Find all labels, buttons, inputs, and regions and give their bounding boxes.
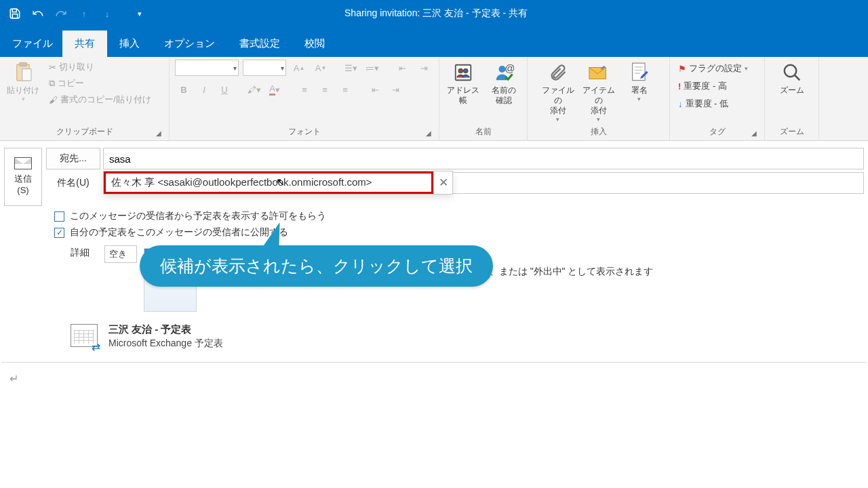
message-body-editor[interactable]: ↵ xyxy=(1,362,867,450)
group-names: アドレス帳 @ 名前の 確認 名前 xyxy=(439,57,528,140)
check-names-button[interactable]: @ 名前の 確認 xyxy=(486,60,521,106)
scissors-icon: ✂ xyxy=(49,62,56,73)
address-book-button[interactable]: アドレス帳 xyxy=(446,60,481,106)
zoom-button[interactable]: ズーム xyxy=(774,60,810,96)
cut-label: 切り取り xyxy=(59,61,94,73)
group-zoom: ズーム ズーム xyxy=(765,57,819,140)
numbering-icon: ≔▾ xyxy=(363,60,381,76)
svg-point-12 xyxy=(784,65,796,77)
group-tags-label: タグ xyxy=(709,127,726,136)
svg-rect-0 xyxy=(12,9,16,12)
save-icon[interactable] xyxy=(4,3,26,24)
font-size-combo: ▾ xyxy=(243,60,286,76)
underline-icon: U xyxy=(216,81,233,98)
callout-text: 候補が表示されたら、クリックして選択 xyxy=(140,245,493,287)
font-name-combo: ▾ xyxy=(175,60,239,76)
zoom-icon xyxy=(781,61,804,84)
tab-insert[interactable]: 挿入 xyxy=(107,30,152,57)
clipboard-dialog-launcher-icon[interactable]: ◢ xyxy=(154,128,163,138)
group-font: ▾ ▾ A▲ A▼ ☰▾ ≔▾ ⇤ ⇥ B I U 🖍▾ A▾ ≡ ≡ xyxy=(170,57,439,140)
permission-checkboxes: このメッセージの受信者から予定表を表示する許可をもらう ✓ 自分の予定表をこのメ… xyxy=(0,206,868,240)
group-clipboard-label: クリップボード xyxy=(56,127,113,136)
prev-item-icon: ↑ xyxy=(73,3,95,24)
attach-item-icon xyxy=(587,61,610,84)
autocomplete-dropdown: 佐々木 享 <sasaki@outlookperfectbook.onmicro… xyxy=(103,171,453,195)
attach-item-button[interactable]: アイテムの 添付▾ xyxy=(581,60,616,123)
calendar-icon: ⇄ xyxy=(71,321,100,351)
allow-view-checkbox[interactable]: ✓ xyxy=(54,228,64,238)
next-item-icon: ↓ xyxy=(96,3,118,24)
signature-label: 署名 xyxy=(631,85,648,96)
address-book-icon xyxy=(452,61,475,84)
paragraph-mark-icon: ↵ xyxy=(9,373,18,384)
request-permission-label: このメッセージの受信者から予定表を表示する許可をもらう xyxy=(70,210,326,222)
tab-format[interactable]: 書式設定 xyxy=(227,30,292,57)
attach-file-button[interactable]: ファイルの 添付▾ xyxy=(540,60,576,123)
address-book-label: アドレス帳 xyxy=(446,85,481,106)
bold-icon: B xyxy=(175,81,193,98)
autocomplete-text: 佐々木 享 <sasaki@outlookperfectbook.onmicro… xyxy=(111,176,372,189)
cut-button: ✂ 切り取り xyxy=(46,60,154,75)
send-button[interactable]: 送信 (S) xyxy=(4,148,42,206)
shared-calendar-item: ⇄ 三沢 友治 - 予定表 Microsoft Exchange 予定表 xyxy=(0,312,868,351)
increase-indent-icon: ⇥ xyxy=(415,60,433,76)
compose-header: 送信 (S) 宛先... 佐々木 享 <sasaki@outlookperfec… xyxy=(0,141,868,206)
signature-button[interactable]: 署名▾ xyxy=(622,60,657,103)
importance-low-label: 重要度 - 低 xyxy=(686,98,729,110)
importance-low-icon: ↓ xyxy=(678,99,683,109)
group-names-label: 名前 xyxy=(475,127,492,136)
importance-high-label: 重要度 - 高 xyxy=(684,80,727,92)
to-field[interactable] xyxy=(103,148,864,169)
subject-label: 件名(U) xyxy=(46,177,100,189)
indent-icon: ⇥ xyxy=(387,81,404,98)
copy-label: コピー xyxy=(58,77,84,89)
ribbon-tabs: ファイル 共有 挿入 オプション 書式設定 校閲 xyxy=(0,27,868,57)
svg-rect-4 xyxy=(22,69,31,81)
allow-view-label: 自分の予定表をこのメッセージの受信者に公開する xyxy=(70,226,288,239)
align-center-icon: ≡ xyxy=(316,81,334,98)
calendar-item-subtitle: Microsoft Exchange 予定表 xyxy=(108,338,223,350)
tab-file[interactable]: ファイル xyxy=(3,30,62,57)
to-button[interactable]: 宛先... xyxy=(46,148,100,169)
group-include-label: 挿入 xyxy=(591,127,607,136)
svg-rect-3 xyxy=(20,62,27,66)
group-include: ファイルの 添付▾ アイテムの 添付▾ 署名▾ 挿入 xyxy=(528,57,670,140)
font-color-icon: A▾ xyxy=(266,81,283,98)
undo-icon[interactable] xyxy=(27,3,49,24)
highlight-icon: 🖍▾ xyxy=(245,81,263,98)
attach-file-label: ファイルの 添付 xyxy=(540,85,576,116)
zoom-label: ズーム xyxy=(780,85,804,96)
svg-rect-1 xyxy=(12,14,18,18)
ribbon: 貼り付け ▾ ✂ 切り取り ⧉ コピー 🖌 書式のコピー/貼り付け クリップボー… xyxy=(0,57,868,141)
autocomplete-item[interactable]: 佐々木 享 <sasaki@outlookperfectbook.onmicro… xyxy=(104,171,433,194)
tags-dialog-launcher-icon[interactable]: ◢ xyxy=(749,128,759,138)
svg-rect-5 xyxy=(455,65,471,81)
bullets-icon: ☰▾ xyxy=(342,60,359,76)
request-permission-checkbox[interactable] xyxy=(54,211,64,222)
importance-high-button[interactable]: ! 重要度 - 高 xyxy=(675,79,751,94)
check-names-label: 名前の 確認 xyxy=(492,85,516,106)
svg-text:@: @ xyxy=(505,62,514,74)
send-icon xyxy=(14,157,32,169)
tab-options[interactable]: オプション xyxy=(152,30,227,57)
importance-low-button[interactable]: ↓ 重要度 - 低 xyxy=(675,96,751,111)
importance-high-icon: ! xyxy=(678,81,681,92)
tab-share[interactable]: 共有 xyxy=(62,30,107,57)
align-left-icon: ≡ xyxy=(296,81,313,98)
instruction-callout: 候補が表示されたら、クリックして選択 xyxy=(140,245,493,287)
follow-up-button[interactable]: ⚑ フラグの設定 ▾ xyxy=(675,61,751,76)
svg-point-7 xyxy=(463,69,467,73)
svg-rect-11 xyxy=(632,63,644,80)
group-zoom-label: ズーム xyxy=(780,127,804,136)
detail-combo[interactable]: 空き xyxy=(104,245,137,263)
tab-review[interactable]: 校閲 xyxy=(292,30,337,57)
signature-icon xyxy=(628,61,651,84)
group-clipboard: 貼り付け ▾ ✂ 切り取り ⧉ コピー 🖌 書式のコピー/貼り付け クリップボー… xyxy=(0,57,170,140)
detail-combo-value: 空き xyxy=(109,248,127,260)
font-dialog-launcher-icon[interactable]: ◢ xyxy=(424,128,433,138)
window-title: Sharing invitation: 三沢 友治 - 予定表 - 共有 xyxy=(151,7,722,20)
qat-customize-icon[interactable]: ▾ xyxy=(129,3,151,24)
brush-icon: 🖌 xyxy=(49,95,58,105)
attach-item-label: アイテムの 添付 xyxy=(581,85,616,116)
autocomplete-delete-button[interactable]: ✕ xyxy=(433,171,452,194)
